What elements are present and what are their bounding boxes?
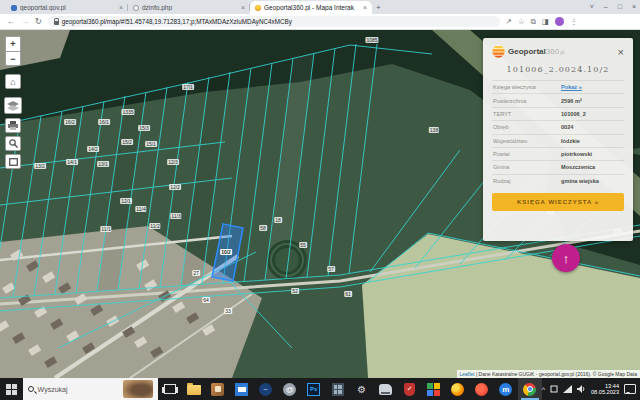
zoom-in-button[interactable]: + [5, 36, 21, 51]
search-highlight-image[interactable] [123, 380, 153, 398]
parcel-number-label: 12/3 [167, 159, 179, 165]
address-bar[interactable]: geoportal360.pl/map/#!51.45748,19.71283,… [48, 16, 500, 27]
side-panel-icon[interactable]: ◨ [542, 17, 549, 26]
leaflet-link[interactable]: Leaflet [460, 371, 475, 377]
window-minimize-button[interactable]: – [604, 3, 608, 10]
file-explorer-button[interactable] [182, 378, 206, 400]
browser-menu-icon[interactable]: ⋮ [570, 17, 578, 26]
parcel-info-row: Obręb0024 [492, 120, 624, 133]
parcel-number-label: 58 [259, 225, 267, 231]
browser-toolbar: ← → ↻ geoportal360.pl/map/#!51.45748,19.… [0, 14, 640, 30]
taskbar-clock[interactable]: 13:44 08.05.2023 [591, 383, 619, 396]
zoom-out-button[interactable]: − [5, 51, 21, 66]
chrome-icon [523, 383, 536, 396]
row-label: TERYT [493, 111, 561, 117]
antivirus-button[interactable]: ✓ [398, 378, 422, 400]
fullscreen-icon [9, 158, 18, 166]
photos-app-button[interactable] [206, 378, 230, 400]
taskbar-search-box[interactable]: Wyszukaj [23, 378, 158, 400]
tray-chevron-up-icon[interactable]: ^ [542, 386, 545, 393]
photoshop-icon: Ps [307, 383, 320, 396]
tab-search-chevron-icon[interactable]: ˅ [590, 3, 594, 10]
parcel-number-label: 15/3 [138, 125, 150, 131]
red-app-button[interactable] [470, 378, 494, 400]
forward-button[interactable]: → [21, 17, 29, 26]
row-label: Rodzaj [493, 178, 561, 184]
parcel-id-title: 101006_2.0024.10/2 [492, 65, 624, 74]
network-icon[interactable] [563, 385, 572, 393]
tab-title: geoportal.gov.pl [20, 4, 116, 11]
parcel-number-label: 52 [291, 288, 299, 294]
share-icon[interactable]: ↗ [506, 17, 512, 26]
profile-avatar[interactable] [555, 17, 564, 26]
start-button[interactable] [0, 378, 23, 400]
attribution-text: | Dane Katastralne GUGiK - geoportal.gov… [475, 371, 637, 377]
map-controls: + − ⌂ [4, 36, 22, 169]
secure-padlock-icon [54, 21, 59, 25]
bookmark-star-icon[interactable]: ☆ [518, 17, 525, 26]
tab-close-icon[interactable]: × [363, 4, 367, 11]
layers-icon [7, 101, 19, 111]
new-tab-button[interactable]: + [376, 3, 381, 14]
firefox-icon [451, 383, 464, 396]
tab-favicon [11, 5, 17, 11]
map-viewport[interactable]: 1335108516/216/115/315/215/114/214/113/2… [0, 30, 640, 378]
maxthon-icon: m [499, 383, 512, 396]
tab-close-icon[interactable]: × [119, 4, 123, 11]
task-view-button[interactable] [158, 378, 182, 400]
parcel-number-label: 33 [224, 308, 232, 314]
gray-app-button[interactable] [374, 378, 398, 400]
parcel-number-label: 13/1 [97, 161, 109, 167]
mail-app-button[interactable] [230, 378, 254, 400]
print-button[interactable] [5, 118, 21, 133]
panel-close-icon[interactable]: × [618, 47, 624, 57]
taskbar-search-placeholder: Wyszukaj [38, 386, 119, 393]
maxthon-button[interactable]: m [494, 378, 518, 400]
scroll-up-button[interactable]: ↑ [552, 244, 580, 272]
layers-button[interactable] [4, 97, 22, 114]
parcel-info-row: Księga wieczystaPokaż » [492, 80, 624, 93]
paint-app-button[interactable]: @ [278, 378, 302, 400]
parcel-info-rows: Księga wieczystaPokaż »Powierzchnia2596 … [492, 80, 624, 187]
color-grid-app-button[interactable] [422, 378, 446, 400]
skate-icon [379, 384, 392, 395]
taskbar-search-icon [28, 386, 34, 392]
parcel-info-row: Rodzajgmina wiejska [492, 174, 624, 187]
url-text: geoportal360.pl/map/#!51.45748,19.71283,… [62, 18, 292, 25]
browser-tab[interactable]: geoportal.gov.pl× [6, 1, 128, 14]
window-close-button[interactable]: × [632, 3, 636, 10]
tab-title: Geoportal360.pl - Mapa Interak [264, 4, 360, 11]
tab-favicon [133, 5, 139, 11]
selected-parcel-label: 10/2 [220, 249, 232, 255]
map-search-button[interactable] [5, 136, 21, 151]
parcel-number-label: 15/1 [145, 141, 157, 147]
settings-button[interactable]: ⚙ [350, 378, 374, 400]
row-value: łódzkie [561, 138, 623, 144]
row-label: Województwo [493, 138, 561, 144]
mail-icon [235, 383, 248, 396]
ksiega-wieczysta-button[interactable]: KSIĘGA WIECZYSTA » [492, 193, 624, 211]
row-value: Moszczenica [561, 164, 623, 170]
browser-tab[interactable]: Geoportal360.pl - Mapa Interak× [250, 1, 372, 14]
fullscreen-button[interactable] [5, 154, 21, 169]
map-attribution: Leaflet | Dane Katastralne GUGiK - geopo… [457, 370, 640, 378]
browser-tab[interactable]: dzinfo.php× [128, 1, 250, 14]
extensions-icon[interactable]: ⧉ [531, 17, 536, 27]
thunderbird-button[interactable]: ~ [254, 378, 278, 400]
firefox-button[interactable] [446, 378, 470, 400]
parcel-number-label: 27 [192, 270, 200, 276]
tray-pen-icon[interactable] [550, 385, 558, 393]
home-button[interactable]: ⌂ [5, 74, 21, 89]
chrome-button[interactable] [518, 378, 542, 400]
row-value-link[interactable]: Pokaż » [561, 84, 623, 90]
photoshop-button[interactable]: Ps [302, 378, 326, 400]
calculator-button[interactable] [326, 378, 350, 400]
reload-button[interactable]: ↻ [35, 17, 42, 26]
parcel-number-label: 16/2 [64, 119, 76, 125]
volume-icon[interactable] [577, 385, 586, 393]
window-maximize-button[interactable]: □ [618, 3, 622, 10]
bird-icon: ~ [259, 383, 272, 396]
tab-close-icon[interactable]: × [241, 4, 245, 11]
notification-center-icon[interactable] [624, 384, 636, 394]
back-button[interactable]: ← [7, 17, 15, 26]
